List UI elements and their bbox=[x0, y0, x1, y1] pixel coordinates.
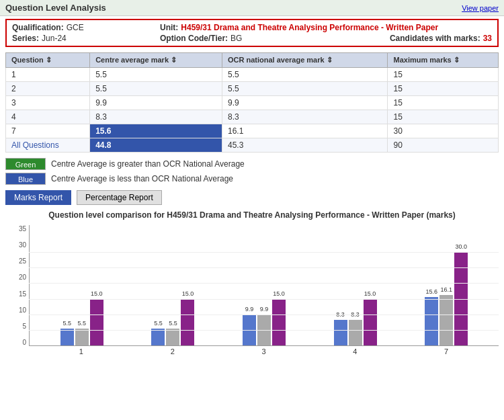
bar-gray bbox=[439, 295, 453, 345]
y-axis-label: 30 bbox=[19, 241, 26, 249]
y-axis-label: 25 bbox=[19, 257, 26, 265]
cell-question: 3 bbox=[6, 96, 90, 110]
series-value: Jun-24 bbox=[42, 34, 67, 43]
percentage-report-button[interactable]: Percentage Report bbox=[77, 190, 162, 205]
green-highlight-box: Green highlight bbox=[5, 158, 46, 170]
cell-centre-avg: 5.5 bbox=[90, 82, 222, 96]
page-header: Question Level Analysis View paper bbox=[0, 0, 504, 16]
grid-line-10 bbox=[29, 314, 499, 315]
chart-bar: 15.0 bbox=[90, 299, 103, 345]
cell-max-marks: 15 bbox=[388, 68, 499, 82]
bar-blue bbox=[334, 320, 347, 345]
table-row: All Questions44.845.390 bbox=[6, 138, 499, 153]
x-axis-label: 1 bbox=[36, 347, 127, 360]
x-axis-label: 2 bbox=[127, 347, 218, 360]
report-buttons: Marks Report Percentage Report bbox=[5, 190, 499, 205]
y-axis-label: 0 bbox=[22, 339, 26, 346]
cell-max-marks: 15 bbox=[388, 82, 499, 96]
chart-bar: 15.0 bbox=[181, 299, 194, 345]
cell-ocr-avg: 16.1 bbox=[222, 124, 388, 138]
page-title: Question Level Analysis bbox=[5, 3, 106, 13]
cell-centre-avg: 15.6 bbox=[90, 124, 222, 138]
bar-blue bbox=[60, 329, 74, 345]
cell-max-marks: 30 bbox=[388, 124, 499, 138]
bar-value-label: 16.1 bbox=[440, 286, 452, 293]
info-box: Qualification: GCE Unit: H459/31 Drama a… bbox=[5, 19, 499, 47]
chart-bar: 8.3 bbox=[349, 320, 362, 345]
y-axis-label: 5 bbox=[22, 323, 26, 330]
bar-value-label: 9.9 bbox=[245, 306, 254, 312]
chart-group: 5.55.515.0 bbox=[151, 299, 194, 345]
bar-value-label: 5.5 bbox=[169, 320, 177, 327]
chart-group-bars: 9.99.915.0 bbox=[243, 299, 286, 345]
legend: Green highlight Centre Average is greate… bbox=[5, 158, 499, 185]
grid-line-30 bbox=[29, 252, 499, 253]
marks-report-button[interactable]: Marks Report bbox=[5, 190, 71, 205]
cell-ocr-avg: 8.3 bbox=[222, 110, 388, 124]
qualification-value: GCE bbox=[67, 23, 84, 32]
chart-bar: 15.0 bbox=[364, 299, 377, 345]
bar-purple bbox=[181, 299, 194, 345]
y-axis-label: 15 bbox=[19, 290, 26, 298]
bar-gray bbox=[75, 329, 89, 345]
grid-line-15 bbox=[29, 299, 499, 300]
bar-gray bbox=[349, 320, 362, 345]
unit-value: H459/31 Drama and Theatre Analysing Perf… bbox=[181, 23, 438, 32]
x-axis-label: 3 bbox=[218, 347, 310, 360]
bar-value-label: 5.5 bbox=[78, 320, 87, 327]
col-centre-avg[interactable]: Centre average mark ⇕ bbox=[90, 53, 222, 68]
chart-bar: 5.5 bbox=[166, 329, 179, 345]
table-row: 715.616.130 bbox=[6, 124, 499, 138]
col-max-marks[interactable]: Maximum marks ⇕ bbox=[388, 53, 499, 68]
green-highlight-text: Centre Average is greater than OCR Natio… bbox=[51, 159, 245, 169]
cell-centre-avg: 9.9 bbox=[90, 96, 222, 110]
question-table: Question ⇕ Centre average mark ⇕ OCR nat… bbox=[5, 52, 499, 153]
chart-bar: 5.5 bbox=[151, 329, 165, 345]
cell-centre-avg: 44.8 bbox=[90, 138, 222, 153]
cell-max-marks: 90 bbox=[388, 138, 499, 153]
view-paper-link[interactable]: View paper bbox=[462, 3, 499, 13]
y-axis-label: 10 bbox=[19, 306, 26, 314]
cell-question: 4 bbox=[6, 110, 90, 124]
chart-bar: 5.5 bbox=[60, 329, 74, 345]
chart-title: Question level comparison for H459/31 Dr… bbox=[5, 210, 499, 220]
table-row: 25.55.515 bbox=[6, 82, 499, 96]
x-axis-label: 4 bbox=[309, 347, 401, 360]
x-axis-label: 7 bbox=[401, 347, 492, 360]
bar-value-label: 15.0 bbox=[364, 290, 376, 297]
blue-highlight-text: Centre Average is less than OCR National… bbox=[51, 174, 233, 183]
bar-value-label: 5.5 bbox=[154, 320, 163, 327]
cell-question: 7 bbox=[6, 124, 90, 138]
x-labels: 12347 bbox=[29, 347, 499, 360]
bar-value-label: 15.6 bbox=[425, 288, 437, 295]
table-row: 15.55.515 bbox=[6, 68, 499, 82]
grid-line-20 bbox=[29, 283, 499, 284]
bar-purple bbox=[364, 299, 377, 345]
bar-value-label: 15.0 bbox=[91, 290, 103, 297]
unit-label: Unit: bbox=[160, 23, 178, 32]
table-row: 48.38.315 bbox=[6, 110, 499, 124]
bar-blue bbox=[151, 329, 165, 345]
chart-group-bars: 5.55.515.0 bbox=[60, 299, 103, 345]
y-axis: 35302520151050 bbox=[5, 225, 29, 346]
bar-purple bbox=[90, 299, 103, 345]
cell-ocr-avg: 5.5 bbox=[222, 82, 388, 96]
bar-value-label: 9.9 bbox=[260, 306, 269, 312]
cell-centre-avg: 8.3 bbox=[90, 110, 222, 124]
candidates-label: Candidates with marks: bbox=[390, 34, 480, 43]
blue-highlight-box: Blue highlight bbox=[5, 173, 46, 185]
series-label: Series: bbox=[12, 34, 39, 43]
cell-ocr-avg: 9.9 bbox=[222, 96, 388, 110]
chart-bar: 16.1 bbox=[439, 295, 453, 345]
bar-purple bbox=[272, 299, 286, 345]
col-question[interactable]: Question ⇕ bbox=[6, 53, 90, 68]
chart-bar: 8.3 bbox=[334, 320, 347, 345]
cell-max-marks: 15 bbox=[388, 96, 499, 110]
y-axis-label: 20 bbox=[19, 274, 26, 281]
legend-green-item: Green highlight Centre Average is greate… bbox=[5, 158, 499, 170]
col-ocr-avg[interactable]: OCR national average mark ⇕ bbox=[222, 53, 388, 68]
cell-question: 1 bbox=[6, 68, 90, 82]
chart-group-bars: 8.38.315.0 bbox=[334, 299, 377, 345]
bar-gray bbox=[166, 329, 179, 345]
chart-group: 9.99.915.0 bbox=[243, 299, 286, 345]
